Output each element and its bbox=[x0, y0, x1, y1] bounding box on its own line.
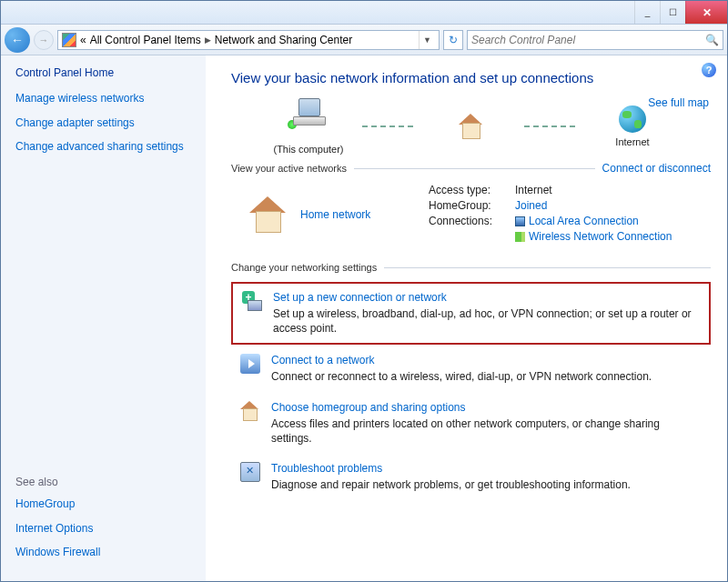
see-also-header: See also bbox=[15, 476, 191, 488]
window: _ ☐ ✕ ← → « All Control Panel Items ▶ Ne… bbox=[0, 0, 728, 582]
house-icon bbox=[248, 196, 288, 233]
sidebar: Control Panel Home Manage wireless netwo… bbox=[1, 55, 206, 581]
close-button[interactable]: ✕ bbox=[685, 1, 727, 24]
control-panel-icon bbox=[62, 33, 76, 47]
page-heading: View your basic network information and … bbox=[231, 70, 711, 85]
nav-back-button[interactable]: ← bbox=[5, 27, 30, 53]
home-network-item[interactable]: Home network bbox=[248, 184, 370, 246]
search-icon[interactable]: 🔍 bbox=[705, 34, 719, 46]
body: Control Panel Home Manage wireless netwo… bbox=[1, 55, 727, 581]
search-input[interactable] bbox=[471, 34, 705, 46]
computer-icon bbox=[293, 98, 324, 125]
troubleshoot-icon bbox=[240, 462, 260, 482]
connection-link[interactable]: Wireless Network Connection bbox=[529, 230, 672, 243]
network-info: Access type:Internet HomeGroup:Joined Co… bbox=[429, 184, 711, 246]
info-key: Access type: bbox=[429, 184, 515, 196]
item-desc: Access files and printers located on oth… bbox=[271, 416, 702, 446]
item-title[interactable]: Connect to a network bbox=[271, 354, 652, 366]
network-diagram: (This computer) Internet bbox=[258, 98, 711, 155]
minimize-button[interactable]: _ bbox=[634, 1, 660, 24]
wifi-icon bbox=[515, 232, 525, 242]
nav-forward-button[interactable]: → bbox=[34, 30, 54, 50]
add-connection-icon bbox=[242, 291, 262, 311]
connect-disconnect-link[interactable]: Connect or disconnect bbox=[602, 162, 711, 175]
homegroup-icon bbox=[240, 401, 260, 421]
globe-icon bbox=[619, 105, 646, 133]
navbar: ← → « All Control Panel Items ▶ Network … bbox=[1, 25, 727, 55]
diagram-node-gateway[interactable] bbox=[420, 114, 521, 139]
sidebar-link[interactable]: Change adapter settings bbox=[15, 116, 191, 131]
homegroup-link[interactable]: Joined bbox=[515, 199, 547, 212]
connect-to-network-item[interactable]: Connect to a network Connect or reconnec… bbox=[231, 346, 711, 391]
active-networks-header: View your active networks Connect or dis… bbox=[231, 162, 711, 175]
active-network-block: Home network Access type:Internet HomeGr… bbox=[248, 184, 711, 246]
maximize-button[interactable]: ☐ bbox=[660, 1, 685, 24]
item-desc: Diagnose and repair network problems, or… bbox=[271, 477, 631, 492]
troubleshoot-item[interactable]: Troubleshoot problems Diagnose and repai… bbox=[231, 455, 711, 499]
sidebar-title[interactable]: Control Panel Home bbox=[15, 66, 191, 79]
breadcrumb-item[interactable]: Network and Sharing Center bbox=[215, 34, 352, 46]
see-full-map-link[interactable]: See full map bbox=[648, 96, 709, 109]
address-dropdown-icon[interactable]: ▼ bbox=[419, 31, 435, 49]
item-desc: Set up a wireless, broadband, dial-up, a… bbox=[273, 306, 700, 336]
diagram-node-this-pc[interactable]: (This computer) bbox=[258, 98, 359, 155]
address-bar[interactable]: « All Control Panel Items ▶ Network and … bbox=[57, 30, 440, 50]
ethernet-icon bbox=[515, 216, 525, 226]
main-panel: ? View your basic network information an… bbox=[206, 55, 727, 581]
titlebar: _ ☐ ✕ bbox=[1, 1, 727, 25]
diagram-connector bbox=[524, 125, 579, 127]
homegroup-sharing-item[interactable]: Choose homegroup and sharing options Acc… bbox=[231, 394, 711, 453]
diagram-node-internet[interactable]: Internet bbox=[582, 105, 682, 147]
section-title: View your active networks bbox=[231, 163, 347, 174]
info-key: HomeGroup: bbox=[429, 199, 515, 212]
see-also-link[interactable]: Internet Options bbox=[15, 522, 191, 537]
info-key: Connections: bbox=[429, 215, 515, 227]
sidebar-link[interactable]: Change advanced sharing settings bbox=[15, 140, 191, 155]
house-icon bbox=[457, 114, 484, 139]
node-label: Internet bbox=[615, 136, 649, 147]
change-settings-header: Change your networking settings bbox=[231, 262, 711, 273]
item-title[interactable]: Troubleshoot problems bbox=[271, 462, 631, 475]
refresh-button[interactable]: ↻ bbox=[443, 30, 463, 50]
help-icon[interactable]: ? bbox=[702, 63, 716, 77]
breadcrumb-prefix: « bbox=[80, 34, 86, 46]
home-network-link[interactable]: Home network bbox=[300, 208, 370, 221]
section-title: Change your networking settings bbox=[231, 262, 377, 273]
item-desc: Connect or reconnect to a wireless, wire… bbox=[271, 369, 652, 384]
chevron-right-icon[interactable]: ▶ bbox=[205, 35, 211, 45]
see-also-link[interactable]: Windows Firewall bbox=[15, 546, 191, 560]
diagram-connector bbox=[362, 125, 417, 127]
connect-icon bbox=[240, 354, 260, 374]
setup-new-connection-item[interactable]: Set up a new connection or network Set u… bbox=[231, 282, 711, 345]
info-value: Internet bbox=[515, 184, 552, 196]
item-title[interactable]: Choose homegroup and sharing options bbox=[271, 401, 702, 414]
item-title[interactable]: Set up a new connection or network bbox=[273, 291, 700, 304]
node-label: (This computer) bbox=[273, 144, 343, 155]
breadcrumb-item[interactable]: All Control Panel Items bbox=[90, 34, 201, 46]
see-also-link[interactable]: HomeGroup bbox=[15, 497, 191, 512]
search-bar[interactable]: 🔍 bbox=[467, 30, 723, 50]
sidebar-link[interactable]: Manage wireless networks bbox=[15, 92, 191, 106]
connection-link[interactable]: Local Area Connection bbox=[529, 215, 639, 227]
